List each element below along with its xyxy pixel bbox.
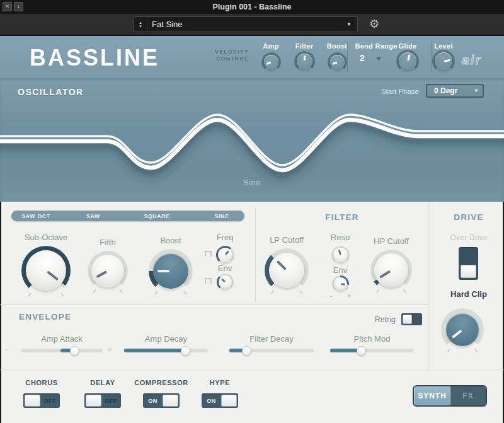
section-divider bbox=[0, 304, 428, 305]
boost-mix-knob[interactable] bbox=[149, 249, 193, 293]
slider-handle[interactable] bbox=[70, 346, 79, 356]
start-phase-dropdown-icon bbox=[474, 90, 478, 92]
bassline-logo: BASSLINE bbox=[30, 43, 159, 71]
preset-dropdown-icon[interactable]: ▼ bbox=[346, 17, 352, 32]
hype-toggle[interactable]: ON bbox=[202, 393, 238, 408]
bend-range-value[interactable]: 2 bbox=[353, 53, 372, 63]
env-osc-label: Env bbox=[218, 264, 232, 273]
slider-handle[interactable] bbox=[181, 346, 190, 356]
boost-label: Boost bbox=[327, 42, 348, 50]
slider-min-mark: s bbox=[5, 347, 8, 352]
drive-section-title: DRIVE bbox=[454, 212, 483, 222]
hp-cutoff-knob[interactable] bbox=[370, 250, 412, 291]
bend-range-label: Bend Range bbox=[355, 42, 397, 50]
knob-indicator bbox=[297, 54, 312, 69]
section-divider bbox=[428, 202, 429, 369]
preset-bar: ▲ ▼ Fat Sine ▼ ⚙ bbox=[0, 14, 504, 36]
knob-indicator bbox=[153, 253, 188, 289]
env-filter-knob[interactable] bbox=[332, 275, 349, 293]
tick-dot bbox=[347, 265, 348, 267]
wave-name-label: Sine bbox=[0, 178, 504, 187]
glide-knob[interactable] bbox=[396, 50, 419, 72]
toggle-handle bbox=[403, 315, 412, 324]
env-osc-knob[interactable] bbox=[217, 274, 234, 291]
toggle-handle bbox=[221, 395, 237, 407]
knob-indicator bbox=[215, 272, 234, 291]
slider-handle[interactable] bbox=[242, 346, 251, 356]
toggle-handle bbox=[86, 395, 101, 407]
reso-label: Reso bbox=[331, 233, 350, 242]
toggle-state-label: OFF bbox=[101, 393, 121, 408]
bend-range-dropdown-icon[interactable] bbox=[376, 57, 381, 61]
drive-mode-toggle[interactable] bbox=[459, 247, 478, 280]
boost-mix-label: Boost bbox=[160, 236, 181, 245]
env-max-mark: + bbox=[347, 293, 351, 299]
hype-label: HYPE bbox=[210, 379, 230, 386]
slider-fill bbox=[124, 349, 188, 352]
knob-indicator bbox=[333, 277, 348, 291]
knob-indicator bbox=[18, 242, 74, 299]
square-wave-icon bbox=[205, 251, 212, 257]
slider-max-mark: M bbox=[108, 347, 112, 352]
preset-selector[interactable]: ▲ ▼ Fat Sine ▼ bbox=[134, 16, 358, 32]
env-filter-label: Env bbox=[333, 265, 347, 275]
overdrive-label: Over Drive bbox=[450, 233, 488, 242]
toggle-state-label: OFF bbox=[40, 393, 60, 408]
slider-handle[interactable] bbox=[357, 346, 366, 356]
gear-icon[interactable]: ⚙ bbox=[367, 16, 381, 32]
retrig-toggle[interactable] bbox=[401, 313, 422, 325]
amp-knob[interactable] bbox=[261, 52, 281, 72]
compressor-toggle[interactable]: ON bbox=[143, 393, 180, 408]
knob-indicator bbox=[261, 245, 311, 295]
wave-type-sine[interactable]: SINE bbox=[214, 213, 229, 219]
amp-label: Amp bbox=[263, 42, 278, 50]
velocity-control-label: VELOCITY CONTROL bbox=[186, 49, 249, 62]
tab-synth[interactable]: SYNTH bbox=[414, 386, 450, 405]
plugin-window: ✕ ↓ Plugin 001 - Bassline ▲ ▼ Fat Sine ▼… bbox=[0, 0, 504, 423]
wave-type-square[interactable]: SQUARE bbox=[144, 213, 169, 219]
fifth-label: Fifth bbox=[100, 238, 115, 247]
amp-decay-label: Amp Decay bbox=[145, 334, 187, 344]
level-label: Level bbox=[434, 42, 453, 50]
wave-type-saw-oct[interactable]: SAW OCT bbox=[21, 213, 50, 219]
air-logo: air bbox=[462, 52, 482, 67]
sub-octave-label: Sub-Octave bbox=[25, 233, 68, 242]
filter-knob[interactable] bbox=[294, 51, 315, 72]
lp-cutoff-knob[interactable] bbox=[265, 248, 309, 293]
sub-octave-knob[interactable] bbox=[21, 246, 71, 295]
knob-indicator bbox=[433, 50, 454, 71]
toggle-state-label: ON bbox=[202, 393, 221, 408]
header-divider bbox=[431, 42, 432, 72]
square-wave-icon bbox=[205, 278, 212, 284]
toggle-handle bbox=[163, 395, 178, 407]
wave-type-saw[interactable]: SAW bbox=[86, 213, 100, 219]
preset-name: Fat Sine bbox=[152, 17, 182, 32]
delay-label: DELAY bbox=[90, 379, 115, 386]
preset-stepper[interactable]: ▲ ▼ bbox=[134, 17, 147, 32]
retrig-label: Retrig bbox=[352, 315, 396, 324]
tab-fx[interactable]: FX bbox=[450, 386, 486, 405]
stepper-down-icon[interactable]: ▼ bbox=[139, 25, 142, 28]
start-phase-value: 0 Degr bbox=[434, 85, 457, 96]
fifth-knob[interactable] bbox=[88, 251, 128, 291]
knob-indicator bbox=[440, 307, 486, 353]
hp-cutoff-label: HP Cutoff bbox=[374, 236, 409, 246]
delay-toggle[interactable]: OFF bbox=[84, 393, 121, 408]
knob-indicator bbox=[215, 245, 235, 265]
section-divider bbox=[255, 208, 256, 301]
chorus-label: CHORUS bbox=[25, 379, 57, 386]
filter-label: Filter bbox=[295, 42, 314, 50]
knob-indicator bbox=[331, 246, 349, 264]
start-phase-label: Start Phase bbox=[353, 88, 419, 95]
reso-knob[interactable] bbox=[331, 246, 350, 264]
boost-knob[interactable] bbox=[328, 52, 347, 72]
level-knob[interactable] bbox=[432, 50, 455, 72]
envelope-section-title: ENVELOPE bbox=[19, 312, 71, 322]
chorus-toggle[interactable]: OFF bbox=[23, 393, 60, 408]
freq-label: Freq bbox=[217, 233, 234, 242]
lp-cutoff-label: LP Cutoff bbox=[270, 235, 304, 245]
env-min-mark: - bbox=[330, 293, 332, 299]
freq-knob[interactable] bbox=[216, 246, 234, 264]
drive-knob[interactable] bbox=[441, 308, 484, 351]
start-phase-select[interactable]: 0 Degr bbox=[426, 84, 484, 98]
